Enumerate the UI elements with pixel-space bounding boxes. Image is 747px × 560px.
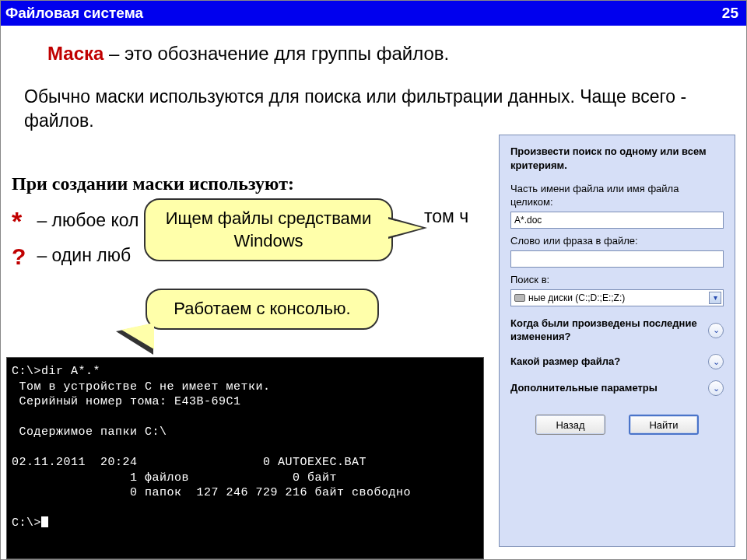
callout-console: Работаем с консолью.	[146, 289, 379, 330]
search-in-select[interactable]: ные диски (C:;D:;E:;Z:) ▾	[510, 289, 724, 306]
chevron-expand-icon: ⌄	[708, 380, 724, 396]
subheading: При создании маски используют:	[12, 173, 294, 194]
bullet-question: ? – один люб	[12, 243, 131, 270]
search-in-value: ные диски (C:;D:;E:;Z:)	[528, 292, 706, 303]
console-line: Том в устройстве C не имеет метки.	[12, 380, 271, 394]
find-button[interactable]: Найти	[629, 415, 699, 435]
chevron-down-icon: ▾	[709, 292, 721, 304]
expander-label: Когда были произведены последние изменен…	[510, 317, 702, 344]
callout-windows-search: Ищем файлы средствами Windows	[144, 198, 393, 261]
star-text-lead: – любое кол	[32, 210, 139, 230]
heading-rest: – это обозначение для группы файлов.	[103, 43, 449, 64]
title-text: Файловая система	[5, 5, 143, 22]
question-text: – один люб	[32, 245, 131, 265]
heading: Маска – это обозначение для группы файло…	[47, 43, 449, 65]
expander-last-changes[interactable]: Когда были произведены последние изменен…	[510, 317, 724, 344]
back-button[interactable]: Назад	[535, 415, 605, 435]
find-button-label: Найти	[649, 419, 678, 431]
console-line: Серийный номер тома: E43B-69C1	[12, 395, 241, 408]
intro-paragraph: Обычно маски используются для поиска или…	[24, 85, 731, 133]
back-button-label: Назад	[556, 419, 584, 431]
search-intro: Произвести поиск по одному или всем крит…	[510, 145, 724, 172]
expander-file-size[interactable]: Какой размер файла? ⌄	[510, 354, 724, 369]
slide-content: Маска – это обозначение для группы файло…	[1, 26, 746, 559]
button-row: Назад Найти	[510, 415, 724, 435]
page-number: 25	[722, 5, 738, 22]
star-symbol: *	[12, 206, 32, 236]
console-line: C:\>	[12, 516, 41, 530]
expander-label: Дополнительные параметры	[510, 382, 702, 395]
star-text-tail: том ч	[424, 206, 468, 227]
phrase-input[interactable]	[510, 250, 724, 268]
title-bar: Файловая система 25	[1, 1, 746, 26]
heading-term: Маска	[47, 43, 103, 64]
console-line: 1 файлов 0 байт	[12, 471, 337, 485]
question-symbol: ?	[12, 243, 32, 270]
console-line: 02.11.2011 20:24 0 AUTOEXEC.BAT	[12, 456, 366, 469]
chevron-expand-icon: ⌄	[708, 354, 724, 369]
filename-input[interactable]	[510, 212, 724, 229]
search-in-label: Поиск в:	[510, 274, 724, 287]
console-line: 0 папок 127 246 729 216 байт свободно	[12, 486, 411, 499]
expander-more-params[interactable]: Дополнительные параметры ⌄	[510, 380, 724, 396]
console-cursor	[41, 516, 48, 527]
bullet-star: * – любое кол том ч	[12, 206, 139, 236]
chevron-expand-icon: ⌄	[708, 323, 724, 338]
windows-search-panel: Произвести поиск по одному или всем крит…	[499, 135, 735, 547]
console-line: Содержимое папки C:\	[12, 425, 167, 439]
console-output: C:\>dir A*.* Том в устройстве C не имеет…	[6, 357, 484, 559]
phrase-label: Слово или фраза в файле:	[510, 235, 724, 248]
console-line: C:\>dir A*.*	[12, 365, 100, 378]
disk-icon	[514, 294, 525, 302]
filename-label: Часть имени файла или имя файла целиком:	[510, 183, 724, 209]
expander-label: Какой размер файла?	[510, 355, 702, 369]
